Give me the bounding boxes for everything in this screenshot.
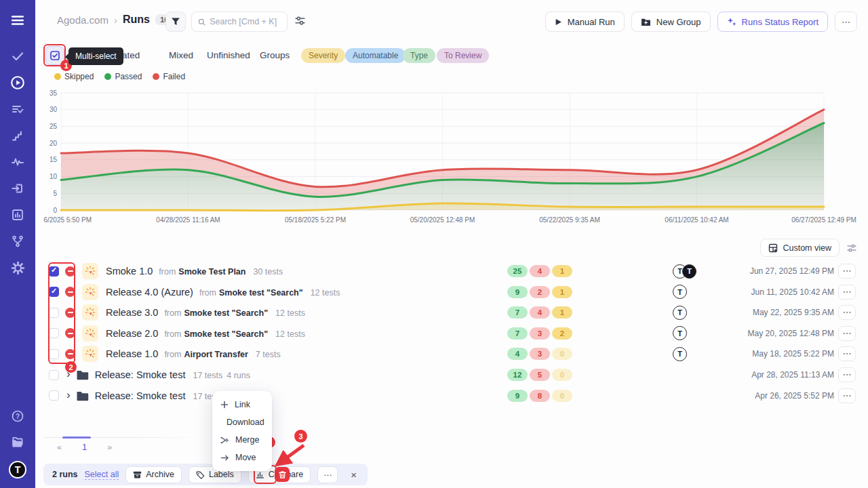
row-checkbox[interactable] bbox=[49, 370, 59, 380]
run-name[interactable]: Smoke 1.0 bbox=[106, 266, 153, 277]
sidebar-item-settings-icon[interactable] bbox=[9, 260, 26, 276]
row-more-button[interactable]: ⋯ bbox=[838, 367, 856, 382]
tab-mixed[interactable]: Mixed bbox=[169, 50, 193, 60]
bulk-more-button[interactable]: ⋯ bbox=[317, 466, 338, 483]
avatar[interactable]: T bbox=[673, 285, 687, 299]
row-checkbox[interactable] bbox=[49, 349, 59, 359]
manual-run-button[interactable]: Manual Run bbox=[545, 12, 625, 32]
row-more-button[interactable]: ⋯ bbox=[838, 326, 856, 341]
search-settings-icon[interactable] bbox=[294, 15, 306, 29]
remove-run-icon[interactable] bbox=[65, 266, 75, 277]
sidebar-item-activity-icon[interactable] bbox=[9, 154, 26, 170]
plan-name[interactable]: Smoke test "Search" bbox=[219, 288, 303, 298]
sidebar-item-branches-icon[interactable] bbox=[9, 233, 26, 249]
avatar[interactable]: T bbox=[673, 306, 687, 320]
passed-badge: 7 bbox=[507, 327, 528, 340]
manual-run-label: Manual Run bbox=[568, 17, 615, 27]
menu-item-merge[interactable]: Merge bbox=[212, 431, 272, 449]
breadcrumb-separator: › bbox=[114, 14, 117, 26]
select-all-link[interactable]: Select all bbox=[85, 470, 119, 480]
remove-run-icon[interactable] bbox=[65, 349, 75, 359]
row-checkbox[interactable] bbox=[49, 328, 59, 338]
multi-select-button[interactable] bbox=[45, 46, 64, 65]
run-name[interactable]: Release 4.0 (Azure) bbox=[106, 287, 193, 298]
filter-button[interactable] bbox=[165, 12, 186, 32]
svg-text:15: 15 bbox=[50, 156, 58, 163]
plan-name[interactable]: Smoke Test Plan bbox=[178, 267, 245, 277]
run-spark-icon bbox=[82, 284, 98, 300]
run-spark-icon bbox=[82, 304, 98, 321]
row-checkbox[interactable] bbox=[49, 287, 59, 297]
expand-chevron-icon[interactable]: › bbox=[66, 367, 71, 381]
remove-run-icon[interactable] bbox=[65, 308, 75, 318]
page-title: Runs bbox=[123, 14, 150, 26]
folder-plus-icon bbox=[641, 18, 651, 26]
group-name[interactable]: Release: Smoke test bbox=[95, 390, 186, 401]
row-more-button[interactable]: ⋯ bbox=[838, 264, 856, 279]
svg-text:25: 25 bbox=[50, 123, 58, 130]
view-settings-icon[interactable] bbox=[846, 243, 857, 253]
page-number[interactable]: 1 bbox=[78, 441, 91, 453]
filter-pill-severity[interactable]: Severity bbox=[301, 48, 345, 63]
menu-item-move[interactable]: Move bbox=[212, 449, 272, 466]
row-more-button[interactable]: ⋯ bbox=[838, 285, 856, 300]
avatar[interactable]: T bbox=[673, 326, 687, 340]
row-more-button[interactable]: ⋯ bbox=[838, 346, 856, 361]
new-group-button[interactable]: New Group bbox=[631, 12, 711, 32]
filter-pill-type[interactable]: Type bbox=[403, 48, 435, 63]
row-checkbox[interactable] bbox=[49, 308, 59, 318]
menu-item-link[interactable]: Link bbox=[212, 396, 272, 413]
plan-name[interactable]: Smoke test "Search" bbox=[184, 329, 268, 339]
projects-icon[interactable] bbox=[9, 434, 26, 451]
close-icon[interactable]: × bbox=[349, 469, 359, 481]
sidebar-item-import-icon[interactable] bbox=[9, 180, 26, 197]
runs-status-report-button[interactable]: Runs Status Report bbox=[717, 12, 828, 32]
menu-item-download[interactable]: Download bbox=[212, 413, 272, 431]
sidebar-item-milestones-icon[interactable] bbox=[9, 127, 26, 144]
assignee-avatars: TT bbox=[673, 264, 696, 279]
row-more-button[interactable]: ⋯ bbox=[838, 305, 856, 320]
run-name[interactable]: Release 2.0 bbox=[106, 328, 158, 339]
custom-view-button[interactable]: Custom view bbox=[760, 239, 840, 257]
row-checkbox[interactable] bbox=[49, 390, 59, 401]
menu-icon[interactable] bbox=[9, 12, 26, 28]
sidebar-item-tests-icon[interactable] bbox=[9, 48, 26, 64]
breadcrumb-project[interactable]: Agoda.com bbox=[57, 14, 108, 26]
row-more-button[interactable]: ⋯ bbox=[838, 388, 856, 403]
tab-groups[interactable]: Groups bbox=[260, 50, 290, 60]
header-more-button[interactable]: ⋯ bbox=[835, 12, 857, 32]
help-icon[interactable]: ? bbox=[9, 408, 26, 424]
expand-chevron-icon[interactable]: › bbox=[66, 388, 71, 402]
archive-button[interactable]: Archive bbox=[125, 466, 182, 483]
plan-name[interactable]: Airport Transfer bbox=[184, 350, 248, 359]
sidebar-item-runs-icon[interactable] bbox=[9, 75, 26, 91]
passed-badge: 4 bbox=[507, 348, 528, 360]
search-box[interactable] bbox=[191, 12, 288, 32]
row-checkbox[interactable] bbox=[49, 266, 59, 277]
remove-run-icon[interactable] bbox=[65, 287, 75, 297]
group-name[interactable]: Release: Smoke test bbox=[95, 369, 186, 380]
plan-name[interactable]: Smoke test "Search" bbox=[184, 308, 268, 318]
selected-count: 2 runs bbox=[52, 470, 78, 479]
current-page-indicator bbox=[62, 436, 91, 439]
workspace-avatar[interactable]: T bbox=[9, 461, 26, 479]
sidebar-item-reports-icon[interactable] bbox=[9, 207, 26, 223]
tests-count: 12 tests bbox=[275, 329, 305, 339]
avatar[interactable]: T bbox=[673, 347, 687, 361]
next-page-button[interactable]: » bbox=[103, 441, 116, 453]
tests-count: 17 tests bbox=[193, 371, 222, 380]
avatar[interactable]: T bbox=[682, 264, 696, 279]
legend-passed: Passed bbox=[104, 72, 142, 81]
prev-page-button[interactable]: « bbox=[53, 441, 66, 453]
svg-text:04/28/2025 11:16 AM: 04/28/2025 11:16 AM bbox=[156, 216, 220, 224]
run-name[interactable]: Release 1.0 bbox=[106, 348, 158, 359]
tab-unfinished[interactable]: Unfinished bbox=[207, 50, 250, 60]
search-input[interactable] bbox=[210, 17, 281, 26]
filter-pill-to-review[interactable]: To Review bbox=[437, 48, 489, 63]
failed-badge: 5 bbox=[530, 369, 550, 381]
remove-run-icon[interactable] bbox=[65, 328, 75, 338]
assignee-avatars: T bbox=[673, 326, 687, 340]
filter-pill-automatable[interactable]: Automatable bbox=[345, 48, 406, 63]
run-name[interactable]: Release 3.0 bbox=[106, 307, 158, 318]
sidebar-item-plans-icon[interactable] bbox=[9, 101, 26, 117]
